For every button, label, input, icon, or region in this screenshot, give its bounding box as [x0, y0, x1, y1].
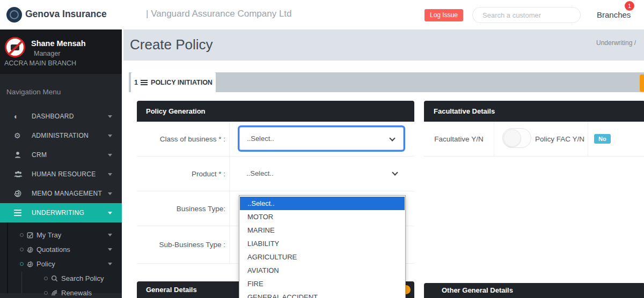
memo-spiral-icon — [14, 190, 25, 197]
log-issue-button[interactable]: Log Issue — [425, 9, 463, 21]
chevron-down-icon — [108, 154, 112, 157]
dropdown-option[interactable]: AVIATION — [239, 264, 405, 277]
bullet-icon — [44, 291, 48, 295]
form-row-class-of-business: Class of business * : ..Select.. — [137, 122, 414, 157]
panel-title: General Details — [146, 286, 197, 294]
select-value: ..Select.. — [246, 169, 274, 177]
tab-label: POLICY INITIATION — [151, 79, 213, 86]
chevron-down-icon — [108, 173, 112, 176]
chevron-down-icon — [108, 212, 112, 214]
page-title: Create Policy — [130, 36, 213, 53]
user-block: Shane Mensah Manager ACCRA MAIN BRANCH — [0, 29, 122, 74]
tab-policy-initiation[interactable]: 1 POLICY INITIATION — [131, 72, 216, 92]
bullet-icon — [44, 277, 48, 280]
chevron-down-icon — [108, 248, 112, 251]
sidebar-item-administration[interactable]: ⚙ ADMINISTRATION — [0, 126, 122, 145]
dropdown-option[interactable]: LIABILITY — [239, 237, 405, 250]
chevron-down-icon — [108, 234, 112, 236]
person-icon — [14, 151, 25, 159]
facultative-panel: Facultative Y/N Policy FAC Y/N No — [424, 122, 644, 157]
dashboard-icon: ◐ — [14, 112, 25, 121]
facultative-toggle[interactable] — [502, 128, 531, 148]
sidebar-item-human-resource[interactable]: HUMAN RESOURCE — [0, 165, 122, 184]
field-label: Business Type: — [137, 191, 225, 226]
sidebar-item-label: Search Policy — [61, 274, 104, 282]
form-row-product: Product * : ..Select.. — [137, 157, 414, 191]
sidebar-item-label: Policy — [36, 260, 55, 268]
app-window: Genova Insurance | Vanguard Assurance Co… — [0, 0, 644, 298]
sidebar-item-underwriting[interactable]: UNDERWRITING — [0, 203, 122, 222]
breadcrumb[interactable]: Underwriting / — [596, 39, 636, 47]
user-branch: ACCRA MAIN BRANCH — [4, 59, 76, 67]
policy-generation-panel-header: Policy Generation — [137, 101, 414, 122]
fac-status-badge: No — [594, 134, 611, 144]
sidebar-item-label: Renewals — [61, 289, 92, 297]
company-title: | Vanguard Assurance Company Ltd — [146, 9, 292, 19]
sidebar-item-policy[interactable]: Policy — [0, 257, 122, 271]
branches-count-badge: 1 — [625, 1, 634, 11]
sidebar-item-label: CRM — [32, 151, 47, 159]
other-general-details-panel-header: Other General Details — [424, 283, 644, 298]
dropdown-option-selected[interactable]: ..Select.. — [240, 197, 405, 210]
spiral-icon — [27, 261, 33, 267]
facultative-yn-label: Facultative Y/N — [424, 122, 494, 156]
field-label: Class of business * : — [137, 122, 225, 156]
dropdown-option[interactable]: FIRE — [239, 277, 405, 290]
sidebar-item-label: My Tray — [36, 231, 61, 239]
customer-search-input[interactable] — [472, 7, 581, 23]
sidebar-item-label: UNDERWRITING — [32, 209, 84, 217]
policy-fac-yn-label: Policy FAC Y/N — [534, 122, 586, 156]
user-role: Manager — [34, 50, 60, 57]
dropdown-option[interactable]: GENERAL ACCIDENT — [239, 290, 405, 298]
branches-link[interactable]: Branches — [597, 10, 631, 19]
dropdown-option[interactable]: MARINE — [239, 224, 405, 237]
dropdown-option[interactable]: AGRICULTURE — [239, 250, 405, 264]
list-icon — [141, 80, 148, 85]
sidebar-item-my-tray[interactable]: My Tray — [0, 228, 122, 242]
spiral-icon — [27, 247, 33, 253]
tab-bar: 1 POLICY INITIATION — [129, 72, 644, 92]
sidebar-item-label: HUMAN RESOURCE — [32, 170, 96, 178]
menu-list-icon — [14, 212, 25, 213]
sidebar-item-label: ADMINISTRATION — [32, 132, 89, 139]
dropdown-option[interactable]: MOTOR — [239, 210, 405, 224]
business-type-dropdown: ..Select.. MOTOR MARINE LIABILITY AGRICU… — [239, 195, 406, 298]
field-label: Sub-Business Type : — [137, 226, 225, 263]
nav-section-title: Navigation Menu — [0, 74, 122, 107]
product-select[interactable]: ..Select.. — [239, 162, 404, 185]
users-icon — [14, 170, 25, 178]
sidebar-item-label: Quotations — [36, 245, 70, 254]
tab-scroll-button[interactable] — [640, 74, 644, 92]
renew-arcs-icon — [51, 289, 58, 296]
tab-number: 1 — [134, 79, 138, 86]
select-value: ..Select.. — [247, 135, 274, 143]
facultative-panel-header: Facultative Details — [424, 101, 644, 122]
bullet-icon — [20, 262, 24, 266]
chevron-down-icon — [108, 263, 112, 265]
sidebar-item-label: DASHBOARD — [32, 113, 74, 120]
sidebar-item-dashboard[interactable]: ◐ DASHBOARD — [0, 107, 122, 126]
sidebar: Shane Mensah Manager ACCRA MAIN BRANCH N… — [0, 29, 122, 298]
sidebar-item-memo-management[interactable]: MEMO MANAGEMENT — [0, 184, 122, 203]
sidebar-item-renewals[interactable]: Renewals — [0, 286, 122, 298]
sidebar-item-search-policy[interactable]: Search Policy — [0, 271, 122, 286]
class-of-business-select[interactable]: ..Select.. — [239, 127, 404, 150]
topbar: Genova Insurance | Vanguard Assurance Co… — [0, 0, 644, 29]
chevron-down-icon — [108, 192, 112, 195]
brand-name: Genova Insurance — [25, 9, 107, 20]
chevron-down-icon — [108, 135, 112, 137]
field-label: Product * : — [137, 157, 225, 191]
no-camera-avatar-icon — [5, 37, 25, 57]
checkbox-icon — [27, 232, 33, 239]
chevron-down-icon — [392, 169, 398, 175]
genova-logo-icon — [6, 7, 22, 23]
user-name: Shane Mensah — [31, 39, 86, 48]
sidebar-item-crm[interactable]: CRM — [0, 145, 122, 165]
sidebar-item-label: MEMO MANAGEMENT — [32, 190, 102, 197]
bullet-icon — [20, 233, 24, 237]
sidebar-item-quotations[interactable]: Quotations — [0, 242, 122, 257]
underwriting-submenu: My Tray Quotations Policy — [0, 222, 122, 293]
toggle-knob — [503, 129, 521, 147]
bullet-icon — [20, 248, 24, 251]
page-header-band: Create Policy Underwriting / — [123, 29, 644, 61]
